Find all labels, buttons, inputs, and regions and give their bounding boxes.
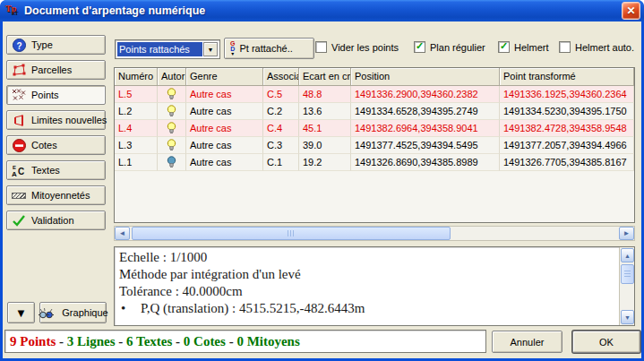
scroll-right-icon: ► bbox=[623, 229, 631, 237]
combo-dropdown-button[interactable]: ▼ bbox=[203, 42, 218, 56]
triangle-down-icon: ▼ bbox=[15, 306, 27, 320]
checkbox-vider-les-points[interactable]: Vider les points bbox=[315, 41, 399, 53]
info-panel: Echelle : 1/1000Méthode par intégration … bbox=[114, 246, 635, 326]
checkbox-plan-regulier[interactable]: ✓Plan régulier bbox=[414, 41, 485, 53]
window-title: Document d'arpentage numérique bbox=[24, 4, 622, 17]
cancel-button[interactable]: Annuler bbox=[492, 331, 562, 353]
limites-icon bbox=[11, 113, 27, 127]
sidebar-item-textes[interactable]: EACTextes bbox=[6, 160, 106, 180]
vertical-scrollbar-thumb[interactable] bbox=[621, 264, 634, 284]
points-table: NuméroAutorGenreAssociatiEcart en cmPosi… bbox=[114, 67, 635, 223]
sidebar-item-label: Cotes bbox=[31, 140, 57, 150]
scroll-down-button[interactable]: ▼ bbox=[621, 310, 634, 324]
checkbox-helmert[interactable]: ✓Helmert bbox=[498, 41, 549, 53]
cell-position: 1491382.6964,394358.9041 bbox=[351, 120, 500, 137]
check-icon: ✓ bbox=[416, 41, 424, 51]
cell-filler bbox=[634, 86, 635, 103]
sidebar-item-mitoyennetes[interactable]: Mitoyennetés bbox=[6, 185, 106, 205]
info-line-text: P,Q (translation) : 4515.5215,-482.6443m bbox=[141, 301, 365, 315]
checkbox-box[interactable]: ✓ bbox=[414, 41, 425, 53]
close-button[interactable]: ✕ bbox=[622, 2, 640, 20]
graphique-button[interactable]: Graphique bbox=[39, 302, 107, 323]
sidebar-item-cotes[interactable]: Cotes bbox=[6, 135, 106, 155]
cell-bulb bbox=[158, 120, 186, 137]
scroll-left-button[interactable]: ◄ bbox=[115, 227, 130, 240]
status-segment: 0 Mitoyens bbox=[236, 334, 299, 348]
column-header-numero[interactable]: Numéro bbox=[115, 68, 158, 86]
chevron-down-icon: ▼ bbox=[208, 47, 214, 53]
column-header-position[interactable]: Position bbox=[351, 68, 500, 86]
status-segment: 6 Textes bbox=[126, 334, 172, 348]
cell-association: C.3 bbox=[263, 137, 299, 154]
text-icon: EAC bbox=[11, 163, 27, 177]
sidebar-item-label: Validation bbox=[31, 215, 74, 226]
sidebar-item-label: Mitoyennetés bbox=[31, 190, 90, 201]
scroll-right-button[interactable]: ► bbox=[619, 227, 634, 240]
sidebar-item-points[interactable]: Points bbox=[6, 85, 106, 105]
svg-text:C: C bbox=[18, 167, 24, 176]
bullet-icon: • bbox=[119, 300, 141, 317]
checkbox-box[interactable] bbox=[559, 41, 571, 53]
cell-transforme: 1491377.2057,394394.4966 bbox=[500, 137, 634, 154]
sidebar-item-validation[interactable]: Validation bbox=[6, 211, 106, 230]
cell-genre: Autre cas bbox=[186, 137, 263, 154]
checkbox-label: Helmert auto. bbox=[575, 42, 634, 53]
status-bar: 9 Points - 3 Lignes - 6 Textes - 0 Cotes… bbox=[4, 330, 486, 353]
thumb-grip bbox=[288, 230, 296, 236]
cell-ecart: 45.1 bbox=[299, 120, 351, 137]
sidebar-item-parcelles[interactable]: Parcelles bbox=[6, 60, 106, 80]
title-bar[interactable]: TpLT Document d'arpentage numérique ✕ bbox=[0, 0, 644, 21]
vertical-scrollbar[interactable]: ▲ ▼ bbox=[619, 247, 634, 325]
horizontal-scrollbar[interactable]: ◄ ► bbox=[114, 226, 635, 241]
ok-button[interactable]: OK bbox=[572, 331, 640, 353]
cell-bulb bbox=[158, 137, 186, 154]
column-header-associati[interactable]: Associati bbox=[263, 68, 299, 86]
dialog-window: TpLT Document d'arpentage numérique ✕ ?T… bbox=[0, 0, 644, 361]
app-icon: TpLT bbox=[5, 4, 21, 18]
ok-label: OK bbox=[599, 337, 614, 348]
points-type-combobox[interactable]: Points rattachés ▼ bbox=[115, 39, 220, 59]
cell-ecart: 13.6 bbox=[299, 103, 351, 120]
info-line: Tolérance : 40.0000cm bbox=[115, 283, 618, 300]
sidebar-item-type[interactable]: ?Type bbox=[6, 35, 106, 55]
column-header-ecart-en-cm[interactable]: Ecart en cm bbox=[299, 68, 351, 86]
table-row-l-3[interactable]: L.3Autre casC.339.01491377.4525,394394.5… bbox=[115, 137, 634, 154]
table-row-l-1[interactable]: L.1Autre casC.119.21491326.8690,394385.8… bbox=[115, 154, 634, 171]
checkbox-label: Vider les points bbox=[331, 42, 399, 53]
cell-genre: Autre cas bbox=[186, 86, 263, 103]
expand-button[interactable]: ▼ bbox=[7, 302, 35, 323]
parcelles-icon bbox=[11, 63, 27, 77]
table-row-l-5[interactable]: L.5Autre casC.548.81491336.2900,394360.2… bbox=[115, 86, 634, 103]
status-segment: - bbox=[56, 334, 67, 348]
sidebar-item-label: Parcelles bbox=[31, 64, 72, 75]
cell-numero: L.3 bbox=[115, 137, 158, 154]
gd-point-icon: GD▾ bbox=[230, 41, 235, 56]
cell-numero: L.5 bbox=[115, 86, 158, 103]
cell-filler bbox=[634, 137, 635, 154]
status-segment: - bbox=[172, 334, 184, 348]
sidebar-item-limites-nouvelles[interactable]: Limites nouvelles bbox=[6, 110, 106, 130]
column-header-autor[interactable]: Autor bbox=[158, 68, 186, 86]
column-header-point-transforme[interactable]: Point transformé bbox=[500, 68, 634, 86]
cell-genre: Autre cas bbox=[186, 103, 263, 120]
column-header-genre[interactable]: Genre bbox=[186, 68, 263, 86]
hatch-icon bbox=[11, 188, 27, 202]
pt-rattache-button[interactable]: GD▾ Pt rattaché.. bbox=[224, 38, 314, 59]
horizontal-scrollbar-thumb[interactable] bbox=[132, 227, 451, 240]
check-icon: ✓ bbox=[500, 41, 508, 51]
table-row-l-2[interactable]: L.2Autre casC.213.61491334.6528,394395.2… bbox=[115, 103, 634, 120]
sidebar-item-label: Points bbox=[31, 90, 59, 100]
checkbox-box[interactable] bbox=[315, 41, 327, 53]
checkbox-box[interactable]: ✓ bbox=[498, 41, 510, 53]
table-row-l-4[interactable]: L.4Autre casC.445.11491382.6964,394358.9… bbox=[115, 120, 634, 137]
cell-association: C.4 bbox=[263, 120, 299, 137]
bulb-icon-yellow bbox=[167, 88, 176, 101]
scroll-left-icon: ◄ bbox=[119, 229, 126, 237]
sidebar-item-label: Type bbox=[31, 39, 53, 50]
cell-position: 1491334.6528,394395.2749 bbox=[351, 103, 500, 120]
cell-association: C.1 bbox=[263, 154, 299, 171]
scroll-up-button[interactable]: ▲ bbox=[621, 248, 634, 262]
pt-rattache-label: Pt rattaché.. bbox=[239, 43, 292, 54]
column-header-filler bbox=[634, 68, 635, 86]
checkbox-helmert-auto[interactable]: Helmert auto. bbox=[559, 41, 634, 53]
